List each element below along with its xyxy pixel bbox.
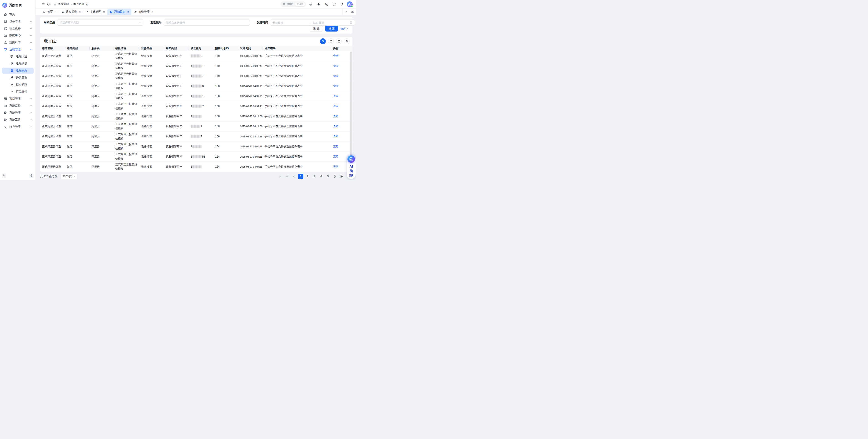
prev-page-button[interactable] <box>291 174 297 179</box>
gear-icon[interactable] <box>308 2 314 7</box>
table-cell-template: 正式阿里云报警短信模板 <box>114 142 140 151</box>
view-link[interactable]: 查看 <box>333 155 339 159</box>
sidebar-item-设备管理[interactable]: 设备管理 <box>2 19 34 25</box>
hamburger-menu-icon[interactable] <box>40 2 46 7</box>
sidebar-item-系统监控[interactable]: 系统监控 <box>2 103 34 109</box>
tab-list-chevron-down-icon[interactable] <box>342 9 349 15</box>
page-button-1[interactable]: 1 <box>298 174 303 179</box>
page-size-select[interactable]: 20条/页▼ <box>60 174 78 179</box>
view-link[interactable]: 查看 <box>333 74 339 78</box>
tab-首页[interactable]: 首页× <box>40 9 59 15</box>
table-refresh-icon[interactable] <box>328 38 334 44</box>
view-link[interactable]: 查看 <box>333 145 339 148</box>
ai-assistant-label: AI 助 理 <box>347 164 355 178</box>
table-scrollbar[interactable] <box>350 52 352 170</box>
view-link[interactable]: 查看 <box>333 54 339 58</box>
view-link[interactable]: 查看 <box>333 125 339 128</box>
chevron-down-icon <box>138 21 141 24</box>
view-link[interactable]: 查看 <box>333 64 339 68</box>
page-button-5[interactable]: 5 <box>325 174 331 179</box>
dark-mode-moon-icon[interactable] <box>316 2 321 7</box>
column-header-渠道名称: 渠道名称 <box>40 45 65 51</box>
sidebar-item-规则引擎[interactable]: 规则引擎 <box>2 39 34 45</box>
view-link[interactable]: 查看 <box>333 165 339 169</box>
sidebar-item-运维管理[interactable]: 运维管理 <box>2 46 34 53</box>
user-type-select[interactable]: 请选择用户类型 <box>57 20 144 26</box>
sidebar-item-系统工具[interactable]: 系统工具 <box>2 117 34 123</box>
sidebar-subitem-通知渠道[interactable]: 通知渠道 <box>2 54 34 60</box>
fullscreen-icon[interactable] <box>331 2 337 7</box>
sidebar-item-label: 系统工具 <box>9 118 21 122</box>
content-fullscreen-icon[interactable] <box>349 9 356 15</box>
table-search-icon[interactable] <box>320 38 326 44</box>
page-button-2[interactable]: 2 <box>305 174 310 179</box>
table-column-settings-icon[interactable] <box>344 38 350 44</box>
next-10-pages-button[interactable] <box>339 174 344 179</box>
search-button[interactable]: 搜 索 <box>325 26 338 32</box>
tab-close-icon[interactable]: × <box>79 10 81 13</box>
tab-close-icon[interactable]: × <box>151 10 153 13</box>
refresh-icon[interactable] <box>46 2 51 7</box>
ai-assistant-button[interactable]: AI AI 助 理 <box>347 155 355 179</box>
collapse-filters-link[interactable]: 收起 <box>340 27 349 31</box>
tab-close-icon[interactable]: × <box>55 10 57 13</box>
bell-icon[interactable] <box>339 2 344 7</box>
page-button-4[interactable]: 4 <box>318 174 324 179</box>
sidebar-subitem-通知日志[interactable]: 通知日志 <box>2 68 34 74</box>
sidebar-item-项目管理[interactable]: 项目管理 <box>2 96 34 102</box>
table-row: 正式阿里云渠道短信阿里云正式阿里云报警短信模板设备报警设备报警用户8170202… <box>40 51 352 61</box>
first-page-button[interactable] <box>278 174 283 179</box>
send-account-input[interactable] <box>166 21 247 24</box>
table-cell-alarm-id: 164 <box>213 142 238 151</box>
table-cell-result: 手机号不在允许发送短信列表中 <box>263 122 331 131</box>
view-link[interactable]: 查看 <box>333 114 339 119</box>
translate-icon[interactable]: 文A <box>323 2 329 7</box>
breadcrumb-item-通知日志[interactable]: 通知日志 <box>73 2 89 6</box>
account-prefix: 1 <box>191 105 192 108</box>
sidebar-subitem-协议管理[interactable]: 协议管理 <box>2 75 34 81</box>
breadcrumb-item-运维管理[interactable]: 运维管理 <box>54 2 69 6</box>
prev-10-pages-button[interactable] <box>284 174 290 179</box>
sidebar-collapse-button[interactable] <box>2 173 6 178</box>
view-link[interactable]: 查看 <box>333 94 339 98</box>
start-date-input[interactable] <box>273 21 308 24</box>
reset-button[interactable]: 重 置 <box>310 26 323 32</box>
sidebar-item-首页[interactable]: 首页 <box>2 11 34 18</box>
sidebar-subitem-产品固件[interactable]: 产品固件 <box>2 89 34 95</box>
view-link[interactable]: 查看 <box>333 134 339 138</box>
tab-通知日志[interactable]: 通知日志× <box>107 9 132 15</box>
pin-icon-button[interactable] <box>29 173 34 178</box>
app-window: 秀杰智联 首页设备管理组合设备数据中心规则引擎运维管理通知渠道通知模板通知日志协… <box>0 0 356 180</box>
column-header-发送账号: 发送账号 <box>189 45 213 51</box>
table-row: 正式阿里云渠道短信阿里云正式阿里云报警短信模板设备报警设备报警用户1117020… <box>40 61 352 71</box>
view-link[interactable]: 查看 <box>333 84 339 88</box>
tab-close-icon[interactable]: × <box>103 10 105 13</box>
table-cell-send-time: 2025-08-27 04:04:11 <box>238 142 263 151</box>
table-cell-account: 11 <box>189 61 213 71</box>
sidebar-subitem-通知模板[interactable]: 通知模板 <box>2 61 34 67</box>
table-cell-alarm-id: 168 <box>213 91 238 101</box>
table-cell-template: 正式阿里云报警短信模板 <box>114 122 140 131</box>
sidebar-item-系统管理[interactable]: 系统管理 <box>2 110 34 116</box>
table-cell-action: 查看 <box>331 122 352 131</box>
masked-phone-number: 11 <box>191 95 204 98</box>
tab-协议管理[interactable]: 协议管理× <box>131 9 156 15</box>
global-search-input[interactable]: 搜索 Ctrl K <box>280 1 306 7</box>
account-suffix: 8 <box>200 55 202 58</box>
tab-字典管理[interactable]: 字典管理× <box>83 9 107 15</box>
table-row: 正式阿里云渠道短信阿里云正式阿里云报警短信模板设备报警设备报警用户1717020… <box>40 71 352 81</box>
view-link[interactable]: 查看 <box>333 104 339 108</box>
table-expand-icon[interactable] <box>336 38 342 44</box>
end-date-input[interactable] <box>313 21 348 24</box>
next-page-button[interactable] <box>332 174 337 179</box>
tab-通知渠道[interactable]: 通知渠道× <box>59 9 83 15</box>
sidebar-item-数据中心[interactable]: 数据中心 <box>2 32 34 39</box>
sidebar-item-组合设备[interactable]: 组合设备 <box>2 25 34 32</box>
tab-close-icon[interactable]: × <box>127 10 129 13</box>
account-suffix: 1 <box>200 125 202 128</box>
page-button-3[interactable]: 3 <box>312 174 317 179</box>
sidebar-subitem-指令权限[interactable]: 指令权限 <box>2 81 34 88</box>
sidebar-item-租户管理[interactable]: 租户管理 <box>2 124 34 130</box>
date-range-picker[interactable]: → <box>270 20 355 26</box>
avatar[interactable] <box>347 1 353 7</box>
